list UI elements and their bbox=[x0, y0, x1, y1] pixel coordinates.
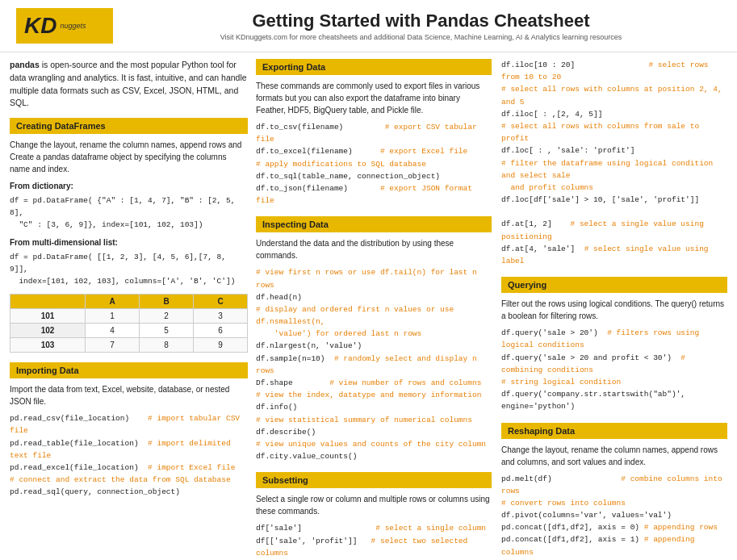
cell-103-b: 8 bbox=[140, 338, 194, 353]
reshape-line-1: pd.melt(df) # combine columns into rows bbox=[501, 473, 727, 497]
cell-102-c: 6 bbox=[194, 324, 248, 338]
inspecting-data-code: # view first n rows or use df.tail(n) fo… bbox=[256, 266, 492, 462]
inspect-line-8: # view the index, datatype and memory in… bbox=[256, 389, 492, 401]
subset-line-1: df['sale'] # select a single column bbox=[256, 522, 492, 534]
inspect-line-7: Df.shape # view number of rows and colum… bbox=[256, 377, 492, 389]
cell-101-b: 2 bbox=[140, 309, 194, 324]
importing-data-code: pd.read_csv(file_location) # import tabu… bbox=[10, 412, 248, 498]
iloc-line-7: and profit columns bbox=[501, 182, 727, 194]
header-subtitle: Visit KDnuggets.com for more cheatsheets… bbox=[121, 33, 721, 41]
reshaping-section: Reshaping Data Change the layout, rename… bbox=[501, 423, 727, 561]
reshaping-code: pd.melt(df) # combine columns into rows … bbox=[501, 473, 727, 561]
inspect-line-13: df.city.value_counts() bbox=[256, 450, 492, 462]
dataframe-table: A B C 101 1 2 3 102 4 5 6 103 bbox=[10, 294, 248, 353]
iloc-section: df.iloc[10 : 20] # select rows from 10 t… bbox=[501, 59, 727, 267]
importing-data-header: Importing Data bbox=[10, 362, 248, 378]
iloc-line-2: # select all rows with columns at positi… bbox=[501, 83, 727, 107]
export-line-3: # apply modifications to SQL database bbox=[256, 158, 492, 170]
iloc-line-1: df.iloc[10 : 20] # select rows from 10 t… bbox=[501, 59, 727, 83]
iloc-line-5: df.loc[ : , 'sale': 'profit'] bbox=[501, 144, 727, 157]
intro-bold: pandas bbox=[10, 60, 40, 69]
logo-kd: KD bbox=[24, 13, 57, 39]
reshape-line-5: pd.concat([df1,df2], axis = 1) # appendi… bbox=[501, 533, 727, 558]
querying-desc: Filter out the rows using logical condit… bbox=[501, 298, 727, 322]
exporting-data-code: df.to_csv(filename) # export CSV tabular… bbox=[256, 121, 492, 207]
query-line-2: df.query('sale > 20 and profit < 30') # … bbox=[501, 352, 727, 376]
table-header-idx bbox=[10, 295, 86, 309]
inspect-line-10: # view statistical summary of numerical … bbox=[256, 414, 492, 426]
cell-103-a: 7 bbox=[86, 338, 140, 353]
reshaping-header: Reshaping Data bbox=[501, 423, 727, 439]
subsetting-header: Subsetting bbox=[256, 472, 492, 488]
iloc-line-3: df.iloc[ : ,[2, 4, 5]] bbox=[501, 108, 727, 120]
left-column: pandas is open-source and the most popul… bbox=[10, 59, 248, 560]
query-line-4: df.query('company.str.startswith("ab")',… bbox=[501, 388, 727, 412]
creating-dataframes-section: Creating DataFrames Change the layout, r… bbox=[10, 118, 248, 353]
subsetting-code: df['sale'] # select a single column df[[… bbox=[256, 522, 492, 559]
table-header-b: B bbox=[140, 295, 194, 309]
import-line-1: pd.read_csv(file_location) # import tabu… bbox=[10, 412, 248, 437]
cell-101-a: 1 bbox=[86, 309, 140, 324]
logo: KD nuggets bbox=[16, 8, 113, 44]
exporting-data-section: Exporting Data These commands are common… bbox=[256, 59, 492, 207]
importing-data-section: Importing Data Import the data from text… bbox=[10, 362, 248, 498]
from-multi-code: df = pd.DataFrame( [[1, 2, 3], [4, 5, 6]… bbox=[10, 251, 248, 288]
table-row: 102 4 5 6 bbox=[10, 324, 248, 338]
inspect-line-11: df.describe() bbox=[256, 426, 492, 438]
iloc-line-10: df.at[4, 'sale'] # select single value u… bbox=[501, 243, 727, 267]
page-header: KD nuggets Getting Started with Pandas C… bbox=[0, 0, 737, 52]
table-header-a: A bbox=[86, 295, 140, 309]
right-top: Exporting Data These commands are common… bbox=[256, 59, 727, 560]
from-dict-code: df = pd.DataFrame( {"A" : [1, 4, 7], "B"… bbox=[10, 194, 248, 232]
row-idx-103: 103 bbox=[10, 338, 86, 353]
exporting-data-header: Exporting Data bbox=[256, 59, 492, 75]
table-row: 103 7 8 9 bbox=[10, 338, 248, 353]
table-row: 101 1 2 3 bbox=[10, 309, 248, 324]
inspecting-data-desc: Understand the data and the distribution… bbox=[256, 237, 492, 261]
querying-section: Querying Filter out the rows using logic… bbox=[501, 277, 727, 412]
subsetting-section: Subsetting Select a single row or column… bbox=[256, 472, 492, 559]
import-line-2: pd.read_table(file_location) # import de… bbox=[10, 437, 248, 462]
import-line-5: pd.read_sql(query, connection_object) bbox=[10, 486, 248, 498]
page-title: Getting Started with Pandas Cheatsheet bbox=[121, 10, 721, 31]
table-header-c: C bbox=[194, 295, 248, 309]
header-title-block: Getting Started with Pandas Cheatsheet V… bbox=[121, 10, 721, 41]
cell-101-c: 3 bbox=[194, 309, 248, 324]
import-line-4: # connect and extract the data from SQL … bbox=[10, 474, 248, 486]
inspect-line-1: # view first n rows or use df.tail(n) fo… bbox=[256, 266, 492, 290]
from-multi-label: From multi-dimensional list: bbox=[10, 236, 248, 249]
query-line-1: df.query('sale > 20') # filters rows usi… bbox=[501, 327, 727, 351]
export-line-1: df.to_csv(filename) # export CSV tabular… bbox=[256, 121, 492, 145]
reshape-line-4: pd.concat([df1,df2], axis = 0) # appendi… bbox=[501, 521, 727, 533]
row-idx-102: 102 bbox=[10, 324, 86, 338]
reshape-line-3: df.pivot(columns='var', values='val') bbox=[501, 509, 727, 521]
row-idx-101: 101 bbox=[10, 309, 86, 324]
inspect-line-6: df.sample(n=10) # randomly select and di… bbox=[256, 353, 492, 377]
importing-data-desc: Import the data from text, Excel, websit… bbox=[10, 383, 248, 407]
inspect-line-12: # view unique values and counts of the c… bbox=[256, 438, 492, 450]
exporting-data-desc: These commands are commonly used to expo… bbox=[256, 80, 492, 116]
inspect-line-2: df.head(n) bbox=[256, 291, 492, 303]
creating-dataframes-desc: Change the layout, rename the column nam… bbox=[10, 139, 248, 175]
inspect-line-5: df.nlargest(n, 'value') bbox=[256, 340, 492, 352]
inspect-line-4: 'value') for ordered last n rows bbox=[256, 328, 492, 340]
subset-line-2: df[['sale', 'profit']] # select two sele… bbox=[256, 535, 492, 559]
reshaping-desc: Change the layout, rename the column nam… bbox=[501, 444, 727, 468]
iloc-query-reshape-col: df.iloc[10 : 20] # select rows from 10 t… bbox=[501, 59, 727, 560]
creating-dataframes-header: Creating DataFrames bbox=[10, 118, 248, 134]
querying-header: Querying bbox=[501, 277, 727, 293]
from-dict-label: From dictionary: bbox=[10, 180, 248, 193]
creating-dataframes-code: From dictionary: df = pd.DataFrame( {"A"… bbox=[10, 180, 248, 287]
iloc-code: df.iloc[10 : 20] # select rows from 10 t… bbox=[501, 59, 727, 267]
export-inspect-col: Exporting Data These commands are common… bbox=[256, 59, 492, 560]
export-line-2: df.to_excel(filename) # export Excel fil… bbox=[256, 145, 492, 157]
subsetting-desc: Select a single row or column and multip… bbox=[256, 493, 492, 517]
iloc-line-8: df.loc[df['sale'] > 10, ['sale', 'profit… bbox=[501, 194, 727, 206]
export-line-4: df.to_sql(table_name, connection_object) bbox=[256, 170, 492, 182]
iloc-line-4: # select all rows with columns from sale… bbox=[501, 120, 727, 144]
intro-rest: is open-source and the most popular Pyth… bbox=[10, 60, 247, 107]
querying-code: df.query('sale > 20') # filters rows usi… bbox=[501, 327, 727, 412]
reshape-line-2: # convert rows into columns bbox=[501, 497, 727, 509]
iloc-line-6: # filter the dataframe using logical con… bbox=[501, 157, 727, 182]
export-line-5: df.to_json(filename) # export JSON forma… bbox=[256, 182, 492, 207]
